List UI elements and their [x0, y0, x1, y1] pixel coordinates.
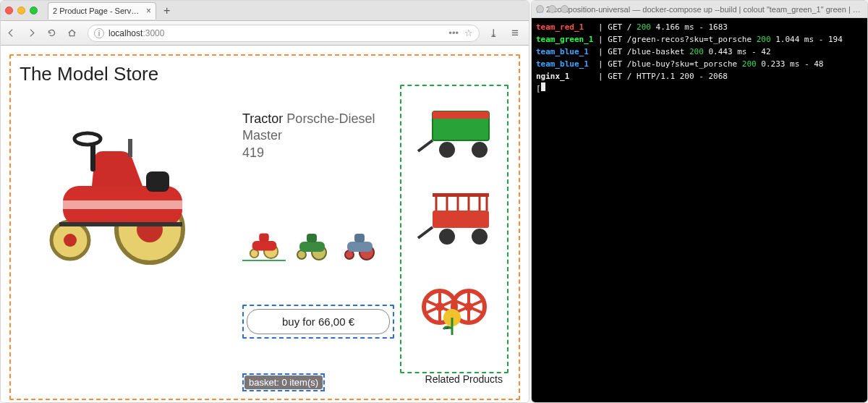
- browser-toolbar: i localhost :3000 ••• ☆ ⤓ ≡: [1, 21, 529, 46]
- svg-rect-17: [299, 242, 325, 252]
- close-icon[interactable]: [5, 7, 13, 14]
- svg-rect-34: [433, 193, 489, 197]
- page-body: The Model Store basket: 0 item(s) Relate…: [1, 46, 529, 402]
- basket-button[interactable]: basket: 0 item(s): [244, 376, 323, 389]
- download-icon[interactable]: ⤓: [485, 27, 501, 40]
- svg-rect-13: [252, 241, 277, 250]
- svg-point-25: [439, 142, 455, 158]
- svg-rect-9: [128, 139, 132, 157]
- svg-point-46: [464, 302, 473, 311]
- svg-rect-6: [90, 144, 95, 171]
- close-icon[interactable]: [536, 5, 544, 13]
- minimize-icon[interactable]: [17, 7, 25, 14]
- thumbnail-2[interactable]: [290, 224, 333, 261]
- zoom-icon[interactable]: [30, 7, 38, 14]
- terminal-body[interactable]: team_red_1 | GET / 200 4.166 ms - 1683te…: [532, 18, 867, 402]
- zoom-icon[interactable]: [561, 5, 569, 13]
- svg-rect-14: [259, 234, 268, 242]
- product-thumbnails: [242, 224, 394, 261]
- svg-rect-24: [433, 111, 489, 119]
- terminal-title: 2-composition-universal — docker-compose…: [546, 5, 863, 14]
- close-tab-icon[interactable]: ×: [146, 6, 151, 16]
- browser-window: 2 Product Page - Server Side R × + i loc…: [0, 0, 529, 403]
- bookmark-icon[interactable]: ☆: [464, 27, 473, 38]
- svg-rect-22: [354, 234, 365, 242]
- svg-rect-5: [63, 200, 182, 209]
- urlbar-actions: ••• ☆: [448, 27, 473, 38]
- url-path: :3000: [142, 28, 164, 38]
- terminal-line: team_blue_1 | GET /blue-buy?sku=t_porsch…: [536, 58, 863, 70]
- team-blue-basket-fragment: basket: 0 item(s): [242, 373, 325, 391]
- team-blue-buy-fragment: buy for 66,00 €: [242, 305, 394, 339]
- reload-button[interactable]: [47, 28, 61, 38]
- terminal-line: nginx_1 | GET / HTTP/1.1 200 - 2068: [536, 70, 863, 82]
- svg-rect-10: [59, 222, 182, 226]
- thumbnail-3[interactable]: [338, 224, 381, 261]
- product-name: Tractor Porsche-Diesel Master 419: [242, 111, 394, 161]
- related-product-3[interactable]: [414, 274, 494, 339]
- svg-point-3: [64, 234, 77, 247]
- tab-title: 2 Product Page - Server Side R: [53, 7, 142, 15]
- svg-rect-27: [433, 211, 489, 228]
- new-tab-button[interactable]: +: [161, 4, 173, 17]
- product-model: 419: [242, 145, 264, 160]
- related-products-title: Related Products: [425, 373, 509, 385]
- terminal-cursor-line: [: [536, 82, 863, 95]
- related-product-1[interactable]: [414, 101, 494, 166]
- back-button[interactable]: [7, 28, 21, 38]
- browser-tab-bar: 2 Product Page - Server Side R × +: [1, 1, 529, 21]
- related-product-2[interactable]: [414, 187, 494, 253]
- svg-rect-18: [307, 234, 317, 242]
- minimize-icon[interactable]: [548, 5, 556, 13]
- terminal-line: team_green_1 | GET /green-recos?sku=t_po…: [536, 33, 863, 46]
- terminal-line: team_red_1 | GET / 200 4.166 ms - 1683: [536, 21, 863, 33]
- svg-point-45: [435, 302, 444, 311]
- svg-point-36: [472, 229, 488, 245]
- product-image-main: [20, 114, 222, 266]
- team-green-recos-fragment: [400, 85, 509, 373]
- svg-point-35: [439, 229, 455, 245]
- product-label: Tractor: [242, 111, 283, 126]
- svg-point-7: [75, 133, 101, 145]
- svg-rect-21: [347, 242, 373, 252]
- more-icon[interactable]: •••: [448, 27, 459, 38]
- library-icon[interactable]: ≡: [507, 26, 523, 41]
- home-button[interactable]: [67, 28, 82, 38]
- team-red-fragment: The Model Store basket: 0 item(s) Relate…: [9, 54, 520, 400]
- svg-rect-8: [146, 171, 169, 192]
- browser-tab[interactable]: 2 Product Page - Server Side R ×: [48, 2, 156, 20]
- buy-button[interactable]: buy for 66,00 €: [247, 309, 390, 334]
- terminal-titlebar: ▧ 2-composition-universal — docker-compo…: [532, 1, 867, 18]
- store-title: The Model Store: [20, 63, 237, 92]
- terminal-line: team_blue_1 | GET /blue-basket 200 0.443…: [536, 46, 863, 58]
- terminal-window: ▧ 2-composition-universal — docker-compo…: [531, 0, 868, 403]
- window-controls: [536, 5, 569, 13]
- forward-button[interactable]: [27, 28, 41, 38]
- url-host: localhost: [109, 28, 142, 38]
- svg-point-26: [472, 142, 488, 158]
- url-bar[interactable]: i localhost :3000 ••• ☆: [88, 25, 480, 42]
- window-controls: [5, 7, 38, 14]
- info-icon[interactable]: i: [94, 28, 104, 38]
- thumbnail-1[interactable]: [242, 224, 286, 261]
